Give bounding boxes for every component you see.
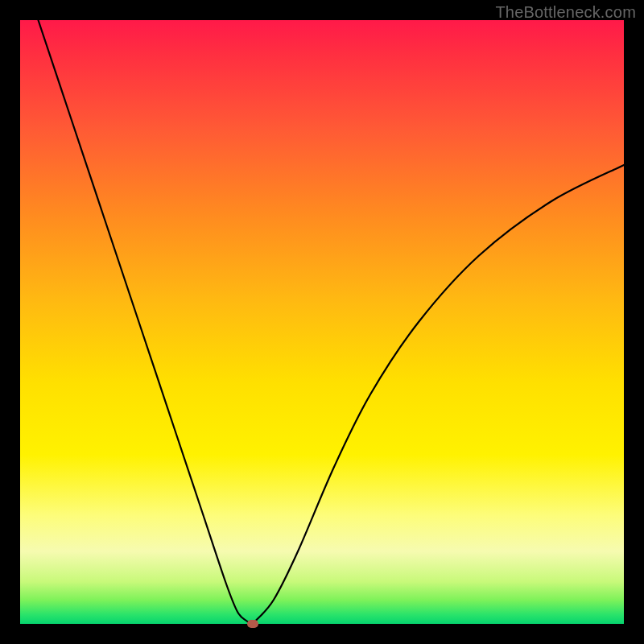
chart-plot-area xyxy=(20,20,624,624)
optimal-point-marker xyxy=(247,620,258,628)
watermark-text: TheBottleneck.com xyxy=(495,3,636,22)
bottleneck-curve-path xyxy=(39,20,625,624)
curve-svg xyxy=(20,20,624,624)
